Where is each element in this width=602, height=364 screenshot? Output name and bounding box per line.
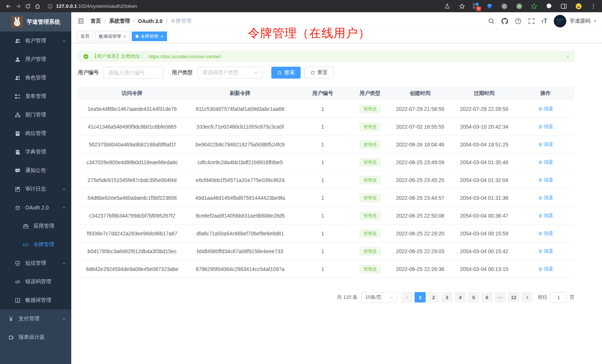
sidebar-item-dict[interactable]: 字典管理 (0, 143, 71, 161)
breadcrumb-item[interactable]: 系统管理 (109, 18, 130, 24)
sidebar-menu: 租户管理用户管理角色管理菜单管理部门管理岗位管理字典管理通知公告审计日志OAut… (0, 32, 71, 364)
user-group-icon (15, 75, 20, 81)
browser-back-icon[interactable] (4, 1, 13, 11)
force-logout-button[interactable]: 强退 (538, 106, 553, 112)
page-button-6[interactable]: 6 (481, 292, 493, 302)
logo-rabbit-image (11, 16, 23, 28)
tab-close-icon[interactable]: × (123, 34, 126, 39)
cell-create-time: 2022-06-25 22:50:08 (389, 213, 452, 219)
goto-page-input[interactable] (550, 292, 567, 302)
extension-star-icon[interactable] (529, 1, 539, 11)
profile-avatar-icon[interactable] (574, 1, 583, 11)
cell-expire-time: 2054-03-04 00:15:59 (452, 231, 517, 236)
prev-page-button[interactable] (401, 292, 412, 302)
username-label: 芋道源码 (569, 18, 590, 24)
browser-menu-dots-icon[interactable] (589, 1, 598, 11)
next-page-button[interactable] (521, 292, 533, 302)
extensions-puzzle-icon[interactable] (544, 1, 554, 11)
sidebar-item-report-designer[interactable]: 报表设计器 (0, 328, 71, 347)
sidebar-item-notice[interactable]: 通知公告 (0, 161, 71, 180)
font-size-icon[interactable]: TT (542, 18, 547, 24)
sidebar-item-role[interactable]: 角色管理 (0, 69, 71, 87)
help-icon[interactable] (515, 18, 521, 24)
force-logout-button[interactable]: 强退 (538, 159, 553, 166)
force-logout-label: 强退 (544, 141, 553, 148)
share-icon[interactable] (442, 1, 452, 11)
reset-button[interactable]: 重置 (304, 67, 334, 79)
force-logout-button[interactable]: 强退 (538, 195, 553, 201)
app-logo[interactable]: 芋道管理系统 (0, 12, 71, 32)
sidebar-item-oauth2[interactable]: OAuth 2.0 (0, 198, 71, 217)
sidebar-item-error-code[interactable]: 错误码管理 (0, 272, 71, 291)
force-logout-button[interactable]: 强退 (538, 123, 553, 130)
side-panel-icon[interactable] (559, 1, 569, 11)
sidebar-item-dept[interactable]: 部门管理 (0, 106, 71, 124)
force-logout-button[interactable]: 强退 (538, 248, 553, 255)
cell-user-type: 管理员 (351, 123, 389, 131)
yen-icon (8, 316, 14, 322)
browser-home-icon[interactable] (33, 1, 42, 11)
tab-close-icon[interactable]: × (161, 34, 164, 39)
sidebar-item-menu[interactable]: 菜单管理 (0, 87, 71, 106)
breadcrumb-item[interactable]: 首页 (91, 18, 101, 24)
site-info-icon[interactable] (48, 4, 53, 9)
user-type-placeholder: 请选择用户类型 (202, 69, 239, 76)
report-circle-icon (8, 335, 14, 340)
extension-command-icon[interactable] (500, 1, 509, 11)
chevron-down-icon: ▾ (594, 19, 596, 23)
sidebar-item-pay[interactable]: 支付管理 (0, 310, 71, 328)
extension-gem-icon[interactable] (485, 1, 494, 11)
cell-access-token: 1ea5e44f8bc1467aaede43144f31de76 (78, 106, 186, 112)
user-menu[interactable]: 芋道源码 ▾ (554, 15, 596, 27)
chevron-down-icon (254, 70, 258, 75)
page-size-select[interactable]: 10条/页 (361, 292, 397, 302)
sidebar-item-user[interactable]: 用户管理 (0, 50, 71, 69)
force-logout-label: 强退 (544, 212, 553, 219)
address-bar[interactable]: 127.0.0.1:1024/system/oauth2/token (48, 3, 137, 9)
page-button-2[interactable]: 2 (428, 292, 439, 302)
sidebar-item-tenant[interactable]: 租户管理 (0, 32, 71, 50)
tab-令牌管理[interactable]: 令牌管理× (132, 32, 167, 41)
sidebar-item-oauth2-app[interactable]: 应用管理 (0, 217, 71, 235)
cell-user-id: 1 (294, 213, 351, 219)
search-icon[interactable] (488, 18, 495, 24)
github-icon[interactable] (501, 18, 508, 24)
extension-record-icon[interactable] (514, 1, 524, 11)
page-button-4[interactable]: 4 (455, 292, 466, 302)
column-header: 创建时间 (389, 90, 452, 97)
sidebar-item-oauth2-token[interactable]: 令牌管理 (0, 235, 71, 254)
user-type-select[interactable]: 请选择用户类型 (197, 67, 262, 79)
sidebar-item-post[interactable]: 岗位管理 (0, 124, 71, 143)
user-id-input[interactable] (104, 67, 164, 79)
doc-alert-banner: 【用户体系】文档地址：https://doc.iocoder.cn/user-c… (78, 51, 575, 62)
sidebar-item-sensitive-word[interactable]: 敏感词管理 (0, 291, 71, 310)
more-pages-icon[interactable]: ··· (495, 292, 506, 302)
tab-首页[interactable]: 首页 (77, 32, 93, 41)
fullscreen-icon[interactable] (528, 18, 535, 24)
bookmark-star-icon[interactable] (457, 1, 467, 11)
sidebar-item-audit-log[interactable]: 审计日志 (0, 180, 71, 198)
browser-forward-icon[interactable] (13, 1, 23, 11)
page-button-3[interactable]: 3 (441, 292, 452, 302)
page-button-12[interactable]: 12 (508, 292, 519, 302)
alert-doc-link[interactable]: https://doc.iocoder.cn/user-center/ (148, 54, 221, 59)
sidebar-collapse-icon[interactable] (77, 17, 85, 25)
breadcrumb-item[interactable]: OAuth 2.0 (138, 18, 163, 24)
force-logout-button[interactable]: 强退 (538, 177, 553, 183)
force-logout-button[interactable]: 强退 (538, 266, 553, 272)
browser-reload-icon[interactable] (23, 1, 33, 11)
force-logout-button[interactable]: 强退 (538, 212, 553, 219)
page-button-1[interactable]: 1 (415, 292, 426, 302)
sidebar-item-label: 租户管理 (25, 37, 46, 44)
sidebar-item-label: OAuth 2.0 (25, 205, 49, 211)
tab-敏感词管理[interactable]: 敏感词管理× (95, 32, 130, 41)
sidebar-item-sms[interactable]: 短信管理 (0, 254, 71, 272)
search-button[interactable]: 搜索 (271, 67, 301, 79)
page-button-5[interactable]: 5 (468, 292, 479, 302)
force-logout-button[interactable]: 强退 (538, 230, 553, 237)
alert-close-icon[interactable]: × (566, 53, 569, 60)
force-logout-button[interactable]: 强退 (538, 141, 553, 148)
extension-blocks-icon[interactable]: 9 (472, 2, 480, 10)
cell-action: 强退 (517, 195, 575, 201)
total-count-label: 共 120 条 (337, 294, 357, 301)
